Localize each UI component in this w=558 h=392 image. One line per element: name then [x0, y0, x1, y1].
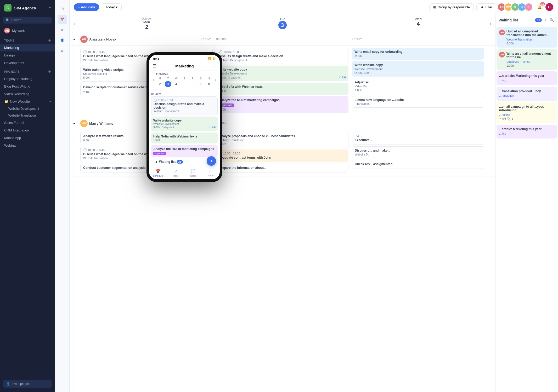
mobile-day-2[interactable]: 2 — [157, 81, 163, 87]
sidebar-item-crm-integration[interactable]: CRM Integration — [0, 126, 55, 134]
logo-icon: G — [4, 4, 12, 11]
search-waiting-icon[interactable]: 🔍 — [549, 18, 555, 22]
waiting-item-1[interactable]: AN Upload all completed translations int… — [497, 27, 557, 48]
mobile-day-5[interactable]: 5 — [181, 81, 188, 87]
check-icon[interactable]: ☑ — [58, 4, 67, 14]
task-adjust-sc[interactable]: Adjust sc... Video Rec... 1:00h — [352, 78, 484, 94]
company-name: GIM Agency — [14, 6, 36, 10]
waiting-item-4[interactable]: ...translation provided ...ncy ...ransla… — [497, 87, 557, 101]
main-content: + Add new Today ▾ ⊞ Group by responsible… — [70, 0, 558, 392]
collapse-icon-marry[interactable]: ▾ — [70, 117, 79, 130]
settings-icon[interactable]: ⚙ — [58, 46, 67, 55]
task-design-drafts[interactable]: 🕐 10.00 - 13.00 Discuss design drafts an… — [216, 48, 348, 64]
sidebar-logo[interactable]: G GIM Agency ▾ — [0, 0, 55, 16]
waiting-item-6[interactable]: ...article: Marketing this year ...ting — [497, 125, 557, 139]
add-new-button[interactable]: + Add new — [74, 3, 99, 11]
avatar-5[interactable]: L — [525, 3, 533, 11]
mobile-day-8[interactable]: 8 — [206, 81, 212, 87]
person-icon[interactable]: 👤 — [58, 36, 67, 45]
marry-avatar: MW — [80, 120, 88, 127]
sidebar-item-sales-funnel[interactable]: Sales Funnel — [0, 119, 55, 126]
task-write-website-copy-2[interactable]: Write website copy Website Development 5… — [352, 61, 484, 77]
anastasia-name: Anastasia Novak — [89, 37, 116, 41]
mobile-task-roi[interactable]: Analyze the ROI of marketing campaigns i… — [151, 145, 218, 157]
task-executive[interactable]: 9:30 - Executive... — [352, 132, 484, 145]
sidebar-item-mywork[interactable]: AN My work — [0, 26, 55, 36]
mobile-task-write-copy[interactable]: Write website copy Website Development 3… — [151, 117, 218, 131]
task-help-sofia[interactable]: Help Sofia with Webinar texts 1:00h — [216, 83, 348, 95]
mobile-screen: 9:41 📶 🔋 ☰ Marketing ··· ‹ October M T W — [149, 55, 220, 179]
mobile-nav-notes[interactable]: 📄 Notes — [184, 167, 202, 179]
waiting-item-2[interactable]: AN Write an email announcement for the n… — [497, 49, 557, 70]
mobile-day-4[interactable]: 4 — [173, 81, 179, 87]
sidebar-item-website-translation[interactable]: Website Translation — [0, 112, 55, 119]
mobile-task-sofia[interactable]: Help Sofia with Webinar texts 1:00h — [151, 132, 218, 143]
task-roi-analysis[interactable]: Analyze the ROI of marketing campaigns i… — [216, 96, 348, 113]
task-negotiate-contract[interactable]: 🕐 13.30 - 14.30 Negotiate contract terms… — [216, 149, 348, 162]
task-write-website-copy[interactable]: Write website copy Website Development 3… — [216, 66, 348, 81]
waiting-list-panel: Waiting list 31 + 🔍 AN Upload all comple… — [495, 14, 558, 392]
list-icon[interactable]: ≡ — [58, 25, 67, 34]
notification-button[interactable]: 🔔 11 — [536, 3, 544, 11]
mobile-status-bar: 9:41 📶 🔋 — [149, 55, 220, 61]
sidebar-item-mobile-app[interactable]: Mobile App — [0, 134, 55, 142]
mobile-calendar-nav: ‹ October M T W T F S S 2 3 — [149, 71, 220, 89]
collapse-icon[interactable]: ▾ — [70, 33, 79, 45]
marry-col-2: Analyze proposals and choose 2-3 best ca… — [215, 130, 350, 176]
mobile-body: 8h 30m 🕐 10:00 - 13:00 Discuss design dr… — [149, 89, 220, 167]
calendar-icon[interactable]: 📅 — [58, 15, 67, 24]
mobile-nav-tasks[interactable]: ✓ Tasks — [167, 167, 185, 179]
design-label: Design — [4, 53, 15, 57]
sidebar-item-new-website[interactable]: 📁 New Website ▾ — [0, 98, 55, 105]
next-day-button[interactable]: › — [486, 14, 495, 33]
waiting-list-title: Waiting list — [499, 18, 533, 22]
today-button[interactable]: Today ▾ — [102, 3, 122, 11]
sidebar-item-video-recording[interactable]: Video Recording — [0, 90, 55, 98]
task-new-language[interactable]: ...ment new language on ...ebsite ...ran… — [352, 96, 484, 108]
sidebar-item-design[interactable]: Design — [0, 51, 55, 59]
user-menu-avatar[interactable]: U — [545, 3, 554, 11]
mobile-day-3[interactable]: 3 — [165, 81, 171, 87]
task-prepare-info[interactable]: Prepare the information about... — [216, 164, 348, 172]
waiting-list-header: Waiting list 31 + 🔍 — [495, 14, 558, 26]
mobile-nav-more[interactable]: ··· More — [202, 167, 220, 179]
calendar-main: ‹ October Mon 2 Tue 3 Wed 4 › — [70, 14, 495, 392]
task-analyze-proposals[interactable]: Analyze proposals and choose 2-3 best ca… — [216, 132, 348, 148]
mobile-fab-add[interactable]: + — [207, 156, 216, 166]
mobile-menu-icon[interactable]: ☰ — [153, 64, 156, 68]
sidebar-item-employee-training[interactable]: Employee Training — [0, 75, 55, 83]
mobile-task-design-drafts[interactable]: 🕐 10:00 - 13:00 Discuss design drafts an… — [151, 96, 218, 115]
mobile-day-7[interactable]: 7 — [198, 81, 204, 87]
task-check-res[interactable]: Check res... assigments f... — [352, 160, 484, 169]
waiting-avatar-1: AN — [499, 30, 505, 35]
mobile-phone: 9:41 📶 🔋 ☰ Marketing ··· ‹ October M T W — [146, 52, 222, 182]
group-by-button[interactable]: ⊞ Group by responsible — [429, 3, 474, 11]
add-project-icon[interactable]: + — [48, 69, 51, 74]
add-team-icon[interactable]: + — [48, 38, 51, 43]
chevron-up-icon[interactable]: ▲ — [155, 160, 158, 164]
task-email-onboarding[interactable]: Write email copy for onboarding 1:30h — [352, 48, 484, 60]
waiting-item-5[interactable]: ...email campaign to all ...yees introdu… — [497, 102, 557, 123]
invite-people-button[interactable]: 👤 Invite people — [3, 380, 52, 388]
sidebar-item-development[interactable]: Development — [0, 59, 55, 67]
mobile-more-icon[interactable]: ··· — [213, 64, 216, 68]
search-bar[interactable]: 🔍 Search... — [3, 17, 52, 24]
mobile-day-6[interactable]: 6 — [189, 81, 196, 87]
task-discuss-d[interactable]: Discuss d... and make... Website D... — [352, 146, 484, 158]
mywork-label: My work — [12, 29, 25, 33]
mobile-next-icon[interactable]: › — [215, 78, 216, 82]
sidebar-item-website-development[interactable]: Website Development — [0, 105, 55, 112]
add-waiting-icon[interactable]: + — [543, 18, 548, 22]
sidebar-item-marketing[interactable]: Marketing — [0, 44, 55, 51]
mobile-nav-schedule[interactable]: 📅 Schedule — [149, 167, 167, 179]
waiting-item-3[interactable]: ...h article: Marketing this year ...tin… — [497, 71, 557, 85]
prev-day-button[interactable]: ‹ — [70, 14, 79, 33]
mobile-days: 2 3 4 5 6 7 8 — [156, 81, 213, 87]
user-avatars[interactable]: AN MW S J L — [499, 3, 533, 11]
sidebar-item-webinar[interactable]: Webinar — [0, 142, 55, 149]
filter-button[interactable]: ⊿ Filter — [476, 3, 496, 11]
sidebar-item-blog-post-writing[interactable]: Blog Post Writing — [0, 83, 55, 90]
invite-icon: 👤 — [6, 382, 10, 386]
person-section-marry: ▾ MW Marry Williams 8h 15m 6h 30m Analyz… — [70, 117, 495, 176]
waiting-avatar-2: AN — [499, 52, 505, 57]
